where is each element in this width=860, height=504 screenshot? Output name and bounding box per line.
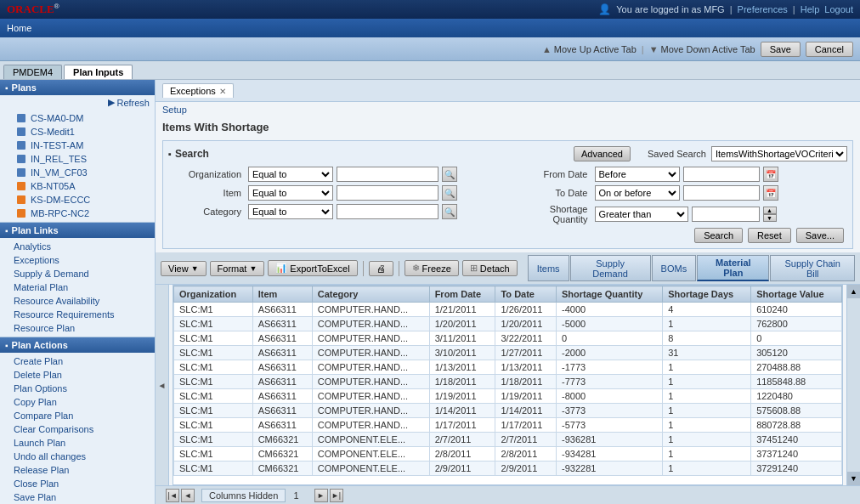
move-down-tab-label[interactable]: Move Down Active Tab	[661, 44, 755, 54]
category-operator-select[interactable]: Equal to	[248, 204, 333, 219]
plan-item-ks-dm-eccc[interactable]: KS-DM-ECCC	[0, 193, 155, 207]
plans-section-header[interactable]: ▪ Plans	[0, 80, 155, 95]
help-link[interactable]: Help	[801, 4, 820, 14]
table-row[interactable]: SLC:M1AS66311COMPUTER.HAND...1/18/20111/…	[174, 375, 842, 389]
sidebar-item-clear-comparisons[interactable]: Clear Comparisons	[0, 422, 155, 436]
item-search-icon[interactable]: 🔍	[442, 185, 457, 201]
refresh-button[interactable]: ▶ Refresh	[108, 97, 150, 108]
plan-item-in-vm-cf03[interactable]: IN_VM_CF03	[0, 166, 155, 179]
sidebar-item-resource-plan[interactable]: Resource Plan	[0, 321, 155, 335]
to-date-operator-select[interactable]: On or before	[595, 185, 680, 201]
supply-chain-bill-tab-btn[interactable]: Supply Chain Bill	[770, 255, 855, 281]
sidebar-item-create-plan[interactable]: Create Plan	[0, 354, 155, 368]
sidebar-item-resource-availability[interactable]: Resource Availability	[0, 294, 155, 308]
freeze-button[interactable]: ❄ Freeze	[405, 260, 459, 276]
table-row[interactable]: SLC:M1AS66311COMPUTER.HAND...3/11/20113/…	[174, 331, 842, 346]
plan-links-header[interactable]: ▪ Plan Links	[0, 223, 155, 238]
plan-actions-header[interactable]: ▪ Plan Actions	[0, 337, 155, 353]
table-row[interactable]: SLC:M1AS66311COMPUTER.HAND...1/14/20111/…	[174, 404, 842, 418]
scroll-down-btn[interactable]: ▼	[847, 472, 860, 485]
table-row[interactable]: SLC:M1AS66311COMPUTER.HAND...1/13/20111/…	[174, 360, 842, 375]
detach-button[interactable]: ⊞ Detach	[462, 260, 518, 276]
scroll-left-indicator[interactable]: ◄	[156, 285, 169, 485]
table-row[interactable]: SLC:M1AS66311COMPUTER.HAND...1/21/20111/…	[174, 303, 842, 317]
material-plan-tab-btn[interactable]: Material Plan	[697, 255, 769, 281]
category-search-icon[interactable]: 🔍	[442, 204, 457, 219]
move-up-tab-label[interactable]: Move Up Active Tab	[554, 44, 637, 54]
sidebar-item-save-plan[interactable]: Save Plan	[0, 490, 155, 504]
next-page-btn[interactable]: ►	[314, 489, 328, 502]
table-row[interactable]: SLC:M1AS66311COMPUTER.HAND...1/20/20111/…	[174, 317, 842, 331]
plan-item-in-rel-tes[interactable]: IN_REL_TES	[0, 152, 155, 166]
from-date-calendar-icon[interactable]: 📅	[763, 167, 778, 182]
supply-demand-tab-btn[interactable]: Supply Demand	[570, 255, 651, 281]
from-date-value-input[interactable]	[683, 167, 760, 182]
plan-item-in-test-am[interactable]: IN-TEST-AM	[0, 139, 155, 152]
plan-item-mb-rpc-nc2[interactable]: MB-RPC-NC2	[0, 207, 155, 220]
reset-button[interactable]: Reset	[748, 228, 791, 243]
view-button[interactable]: View ▼	[161, 261, 207, 276]
from-date-operator-select[interactable]: Before	[595, 167, 680, 182]
shortage-qty-spinner[interactable]: ▲ ▼	[763, 207, 777, 222]
scroll-up-btn[interactable]: ▲	[847, 285, 860, 298]
search-button[interactable]: Search	[694, 228, 743, 243]
prev-page-btn[interactable]: ◄	[181, 489, 195, 502]
sidebar-item-compare-plan[interactable]: Compare Plan	[0, 409, 155, 422]
org-search-icon[interactable]: 🔍	[442, 167, 457, 182]
vertical-scrollbar[interactable]: ▲ ▼	[846, 285, 860, 485]
shortage-qty-value-input[interactable]	[692, 207, 760, 222]
data-table-container[interactable]: Organization Item Category From Date To …	[173, 285, 843, 485]
sidebar-item-delete-plan[interactable]: Delete Plan	[0, 368, 155, 382]
cancel-button[interactable]: Cancel	[806, 42, 853, 57]
sidebar-item-material-plan[interactable]: Material Plan	[0, 280, 155, 294]
saved-search-select[interactable]: ItemsWithShortageVOCriteria	[711, 146, 847, 161]
first-page-btn[interactable]: |◄	[166, 489, 179, 502]
print-button[interactable]: 🖨	[369, 261, 393, 276]
plan-actions-section: ▪ Plan Actions Create Plan Delete Plan P…	[0, 337, 155, 504]
tab-pmdem4[interactable]: PMDEM4	[3, 65, 62, 79]
sidebar-item-close-plan[interactable]: Close Plan	[0, 477, 155, 490]
sidebar-item-undo-all-changes[interactable]: Undo all changes	[0, 450, 155, 463]
item-value-input[interactable]	[337, 185, 438, 201]
setup-link[interactable]: Setup	[156, 102, 860, 117]
plan-item-cs-ma0-dm[interactable]: CS-MA0-DM	[0, 111, 155, 125]
last-page-btn[interactable]: ►|	[330, 489, 343, 502]
sidebar-item-resource-requirements[interactable]: Resource Requirements	[0, 308, 155, 321]
to-date-value-input[interactable]	[683, 185, 760, 201]
sidebar-item-launch-plan[interactable]: Launch Plan	[0, 436, 155, 450]
items-tab-btn[interactable]: Items	[528, 255, 569, 281]
home-link[interactable]: Home	[7, 23, 31, 33]
save-search-button[interactable]: Save...	[796, 228, 844, 243]
table-row[interactable]: SLC:M1CM66321COMPONENT.ELE...2/9/20112/9…	[174, 462, 842, 476]
sidebar-item-exceptions[interactable]: Exceptions	[0, 253, 155, 267]
boms-tab-btn[interactable]: BOMs	[652, 255, 697, 281]
shortage-qty-operator-select[interactable]: Greater than	[595, 207, 688, 222]
tab-plan-inputs[interactable]: Plan Inputs	[64, 65, 133, 79]
shortage-up-arrow[interactable]: ▲	[763, 207, 777, 214]
sidebar-item-release-plan[interactable]: Release Plan	[0, 463, 155, 477]
save-button[interactable]: Save	[761, 42, 801, 57]
table-row[interactable]: SLC:M1AS66311COMPUTER.HAND...3/10/20111/…	[174, 346, 842, 360]
table-row[interactable]: SLC:M1AS66311COMPUTER.HAND...1/19/20111/…	[174, 389, 842, 404]
format-button[interactable]: Format ▼	[210, 261, 265, 276]
org-value-input[interactable]	[337, 167, 438, 182]
table-row[interactable]: SLC:M1CM66321COMPONENT.ELE...2/7/20112/7…	[174, 433, 842, 447]
preferences-link[interactable]: Preferences	[738, 4, 788, 14]
exceptions-close-icon[interactable]: ✕	[219, 87, 226, 96]
table-row[interactable]: SLC:M1AS66311COMPUTER.HAND...1/17/20111/…	[174, 418, 842, 433]
to-date-calendar-icon[interactable]: 📅	[763, 185, 778, 201]
logout-link[interactable]: Logout	[824, 4, 853, 14]
category-value-input[interactable]	[337, 204, 438, 219]
item-operator-select[interactable]: Equal to	[248, 185, 333, 201]
shortage-down-arrow[interactable]: ▼	[763, 214, 777, 222]
plan-item-kb-nt05a[interactable]: KB-NT05A	[0, 179, 155, 193]
sidebar-item-copy-plan[interactable]: Copy Plan	[0, 395, 155, 409]
export-button[interactable]: 📊 ExportToExcel	[268, 260, 357, 276]
sidebar-item-supply-demand[interactable]: Supply & Demand	[0, 267, 155, 280]
plan-item-cs-medit1[interactable]: CS-Medit1	[0, 125, 155, 139]
sidebar-item-plan-options[interactable]: Plan Options	[0, 382, 155, 395]
table-row[interactable]: SLC:M1CM66321COMPONENT.ELE...2/8/20112/8…	[174, 447, 842, 462]
sidebar-item-analytics[interactable]: Analytics	[0, 240, 155, 253]
org-operator-select[interactable]: Equal to	[248, 167, 333, 182]
advanced-button[interactable]: Advanced	[574, 146, 631, 161]
